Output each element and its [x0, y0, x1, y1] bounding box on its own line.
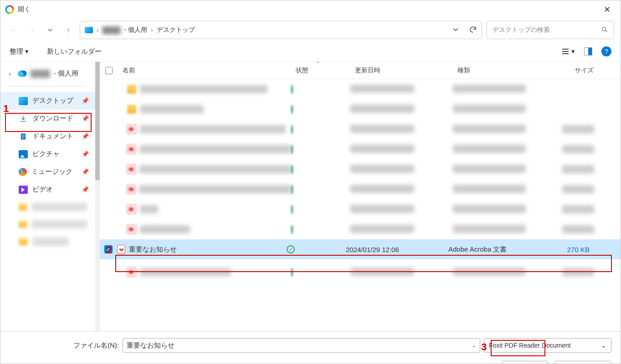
tree-onedrive[interactable]: › ████ - 個人用 — [0, 66, 95, 81]
search-icon — [601, 26, 608, 35]
desktop-icon — [19, 97, 28, 105]
open-button[interactable]: 開く(O) — [502, 361, 548, 364]
sort-indicator-icon: ⌃ — [312, 62, 325, 66]
list-view-icon — [561, 47, 570, 56]
pictures-icon — [19, 150, 28, 158]
chevron-down-icon: ▾ — [571, 47, 575, 56]
sidebar-item-pictures[interactable]: ピクチャ 📌 — [0, 145, 95, 163]
up-button[interactable]: ↑ — [62, 23, 75, 37]
sidebar-label: ミュージック — [31, 167, 72, 176]
filename-input[interactable]: 重要なお知らせ ⌄ — [123, 338, 480, 353]
file-date: 2024/01/29 12:06 — [346, 246, 448, 253]
column-header-type[interactable]: 種類 — [453, 66, 544, 75]
file-row-blurred[interactable] — [100, 159, 621, 179]
file-list: ⌃ 名前 状態 更新日時 種類 サイズ ✓重要なお知らせ✓2024/01/29 … — [100, 62, 621, 331]
organize-menu[interactable]: 整理 ▾ — [10, 47, 29, 56]
svg-line-1 — [606, 30, 607, 32]
refresh-button[interactable] — [469, 25, 477, 35]
document-icon — [19, 132, 28, 141]
sidebar-label: ピクチャ — [32, 150, 60, 158]
header-checkbox[interactable] — [100, 67, 118, 74]
filename-row: ファイル名(N): 重要なお知らせ ⌄ Foxit PDF Reader Doc… — [10, 338, 611, 353]
file-row-blurred[interactable] — [100, 219, 621, 239]
view-menu[interactable]: ▾ — [561, 47, 575, 56]
sidebar-item-downloads[interactable]: ダウンロード 📌 — [0, 110, 95, 127]
filetype-value: Foxit PDF Reader Document — [489, 342, 571, 349]
titlebar: 開く ✕ — [0, 0, 621, 19]
column-header-row: ⌃ 名前 状態 更新日時 種類 サイズ — [100, 62, 621, 79]
chevron-down-icon: ⌄ — [601, 342, 606, 349]
breadcrumb-current[interactable]: デスクトップ — [157, 26, 195, 34]
file-row-blurred[interactable] — [100, 99, 621, 119]
file-row-selected[interactable]: ✓重要なお知らせ✓2024/01/29 12:06Adobe Acroba 文書… — [100, 239, 621, 259]
close-button[interactable]: ✕ — [598, 0, 616, 19]
pin-icon[interactable]: 📌 — [82, 186, 89, 193]
address-dropdown-icon[interactable] — [452, 26, 459, 34]
pin-icon[interactable]: 📌 — [82, 133, 89, 140]
dialog-title: 開く — [18, 5, 31, 14]
file-type: Adobe Acroba 文書 — [448, 245, 539, 254]
expand-icon[interactable]: › — [9, 70, 14, 77]
toolbar-row: 整理 ▾ 新しいフォルダー ▾ ? — [0, 41, 621, 61]
sidebar-item-documents[interactable]: ドキュメント 📌 — [0, 127, 95, 145]
annotation-callout-3: 3 — [481, 341, 487, 353]
file-row-blurred[interactable] — [100, 119, 621, 139]
breadcrumb-root-blurred[interactable]: ████ — [103, 26, 121, 34]
file-row-blurred[interactable] — [100, 179, 621, 199]
help-button[interactable]: ? — [601, 46, 611, 56]
column-header-state[interactable]: 状態 — [291, 66, 350, 75]
sync-ok-icon: ✓ — [287, 245, 295, 253]
pin-icon[interactable]: 📌 — [82, 151, 89, 157]
sidebar-item-desktop[interactable]: デスクトップ 📌 — [0, 92, 95, 110]
pin-icon[interactable]: 📌 — [82, 97, 89, 104]
pin-icon[interactable]: 📌 — [82, 168, 89, 175]
button-row: 開く(O) キャンセル — [10, 361, 611, 364]
music-icon — [19, 168, 27, 176]
column-header-size[interactable]: サイズ — [544, 66, 603, 75]
pin-icon[interactable]: 📌 — [82, 115, 89, 122]
nav-row: ← → ↑ › ████ - 個人用 › デスクトップ デスクトップの検索 — [0, 19, 621, 41]
chevron-down-icon: ▾ — [25, 47, 29, 56]
sidebar-item-music[interactable]: ミュージック 📌 — [0, 163, 95, 181]
sidebar-scrollbar[interactable] — [95, 62, 100, 331]
pc-icon — [85, 27, 93, 33]
onedrive-name-blurred: ████ — [31, 70, 50, 77]
cancel-button[interactable]: キャンセル — [554, 361, 611, 364]
sidebar-item-blurred[interactable] — [0, 198, 95, 216]
column-header-date[interactable]: 更新日時 — [350, 66, 453, 75]
file-row-blurred[interactable] — [100, 139, 621, 159]
sidebar-item-blurred[interactable] — [0, 216, 95, 233]
preview-pane-button[interactable] — [584, 47, 592, 56]
chevron-down-icon[interactable]: ⌄ — [472, 342, 476, 349]
sidebar-item-video[interactable]: ビデオ 📌 — [0, 181, 95, 198]
recent-dropdown[interactable] — [43, 23, 57, 37]
onedrive-icon — [18, 71, 27, 77]
file-name: 重要なお知らせ — [129, 245, 177, 254]
sidebar: › ████ - 個人用 デスクトップ 📌 ダウンロード 📌 ドキュメント 📌 … — [0, 62, 95, 331]
back-button[interactable]: ← — [7, 23, 21, 37]
file-row-blurred[interactable] — [100, 79, 621, 99]
video-icon — [19, 186, 28, 194]
organize-label: 整理 — [10, 47, 23, 56]
sidebar-item-blurred[interactable] — [0, 233, 95, 250]
file-rows: ✓重要なお知らせ✓2024/01/29 12:06Adobe Acroba 文書… — [100, 79, 621, 331]
sidebar-label: ダウンロード — [32, 114, 73, 123]
search-box[interactable]: デスクトップの検索 — [487, 21, 614, 39]
download-icon — [19, 115, 28, 123]
address-bar[interactable]: › ████ - 個人用 › デスクトップ — [80, 21, 482, 39]
svg-point-0 — [602, 27, 606, 30]
breadcrumb-personal[interactable]: - 個人用 — [124, 26, 147, 34]
sidebar-label: ビデオ — [32, 185, 53, 194]
file-row-blurred[interactable] — [100, 262, 621, 282]
new-folder-button[interactable]: 新しいフォルダー — [47, 47, 102, 56]
file-row-blurred[interactable] — [100, 199, 621, 219]
scrollbar-thumb[interactable] — [95, 62, 100, 180]
forward-button[interactable]: → — [25, 23, 39, 37]
filetype-select[interactable]: Foxit PDF Reader Document ⌄ — [484, 338, 611, 353]
sidebar-label: ドキュメント — [32, 132, 73, 141]
column-header-name[interactable]: 名前 — [118, 66, 291, 75]
sidebar-label: デスクトップ — [32, 96, 73, 105]
app-icon — [5, 5, 14, 14]
file-size: 270 KB — [539, 246, 599, 253]
breadcrumb-separator: › — [151, 26, 153, 34]
